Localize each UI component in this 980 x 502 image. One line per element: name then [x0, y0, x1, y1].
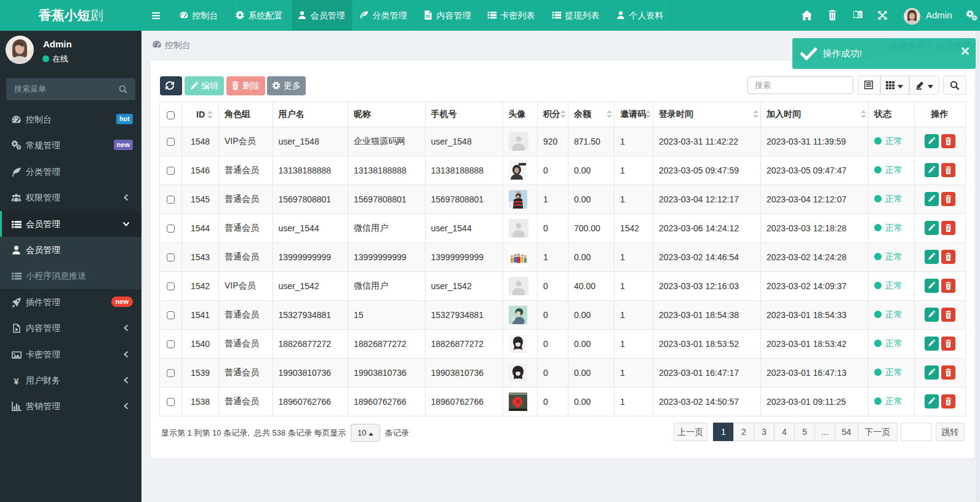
svg-text:¥: ¥	[14, 376, 19, 386]
